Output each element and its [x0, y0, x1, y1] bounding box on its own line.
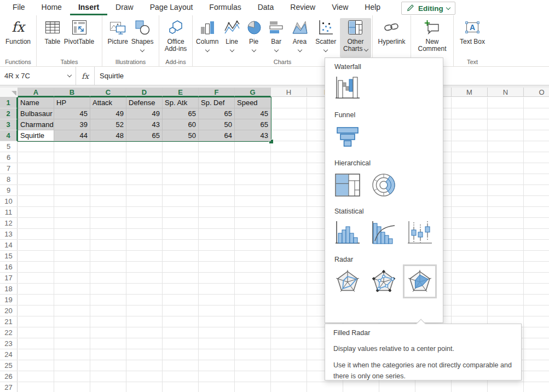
row-header-18[interactable]: 18: [0, 284, 18, 295]
row-header-3[interactable]: 3: [0, 119, 18, 130]
tab-insert[interactable]: Insert: [70, 0, 107, 15]
cell-E4[interactable]: 50: [163, 130, 199, 141]
column-header-b[interactable]: B: [54, 88, 90, 97]
cell-D4[interactable]: 65: [126, 130, 163, 141]
column-header-n[interactable]: N: [488, 88, 524, 97]
row-header-25[interactable]: 25: [0, 360, 18, 371]
tab-view[interactable]: View: [323, 0, 356, 15]
row-header-1[interactable]: 1: [0, 97, 18, 108]
column-chart-button[interactable]: Column: [194, 18, 221, 52]
tab-draw[interactable]: Draw: [107, 0, 142, 15]
cell-D1[interactable]: Defense: [126, 97, 163, 108]
tab-formulas[interactable]: Formulas: [201, 0, 249, 15]
cell-D3[interactable]: 43: [126, 119, 163, 130]
select-all-corner[interactable]: [0, 88, 18, 97]
column-header-f[interactable]: F: [199, 88, 235, 97]
cell-B1[interactable]: HP: [54, 97, 90, 108]
cell-E2[interactable]: 65: [163, 108, 199, 119]
row-header-22[interactable]: 22: [0, 327, 18, 338]
cell-B2[interactable]: 45: [54, 108, 90, 119]
row-header-10[interactable]: 10: [0, 196, 18, 207]
picture-button[interactable]: Picture: [106, 18, 129, 46]
tab-data[interactable]: Data: [250, 0, 282, 15]
column-header-g[interactable]: G: [235, 88, 271, 97]
editing-mode-button[interactable]: Editing: [401, 2, 455, 15]
pareto-chart-option[interactable]: [371, 220, 397, 246]
funnel-chart-option[interactable]: [334, 124, 361, 150]
new-comment-button[interactable]: New Comment: [415, 18, 450, 53]
cell-A1[interactable]: Name: [18, 97, 54, 108]
tab-review[interactable]: Review: [282, 0, 323, 15]
row-header-13[interactable]: 13: [0, 229, 18, 240]
cell-B4[interactable]: 44: [54, 130, 90, 141]
insert-function-fx-button[interactable]: fx: [76, 67, 95, 85]
row-header-11[interactable]: 11: [0, 207, 18, 218]
column-header-m[interactable]: M: [452, 88, 488, 97]
cell-A2[interactable]: Bulbasaur: [18, 108, 54, 119]
column-header-h[interactable]: H: [271, 88, 307, 97]
text-box-button[interactable]: A Text Box: [458, 18, 487, 46]
cell-C4[interactable]: 48: [90, 130, 126, 141]
tab-home[interactable]: Home: [33, 0, 70, 15]
column-header-c[interactable]: C: [90, 88, 126, 97]
radar-chart-option[interactable]: [334, 268, 361, 295]
cell-E1[interactable]: Sp. Atk: [163, 97, 199, 108]
office-add-ins-button[interactable]: Office Add-ins: [160, 18, 191, 53]
other-charts-button[interactable]: Other Charts: [340, 18, 371, 57]
bar-chart-button[interactable]: Bar: [265, 18, 288, 52]
cell-A4[interactable]: Squirtle: [18, 130, 54, 141]
area-chart-button[interactable]: Area: [288, 18, 312, 52]
row-header-14[interactable]: 14: [0, 240, 18, 251]
filled-radar-chart-option[interactable]: [407, 268, 433, 295]
row-header-19[interactable]: 19: [0, 295, 18, 305]
cell-F4[interactable]: 64: [199, 130, 235, 141]
column-header-a[interactable]: A: [18, 88, 54, 97]
treemap-chart-option[interactable]: [334, 172, 361, 198]
cell-G4[interactable]: 43: [235, 130, 271, 141]
tab-file[interactable]: File: [4, 0, 33, 15]
row-header-21[interactable]: 21: [0, 316, 18, 327]
function-button[interactable]: fx Function: [4, 18, 32, 46]
cell-B3[interactable]: 39: [54, 119, 90, 130]
row-header-27[interactable]: 27: [0, 382, 18, 392]
box-and-whisker-chart-option[interactable]: [407, 220, 433, 246]
cell-C1[interactable]: Attack: [90, 97, 126, 108]
cell-F2[interactable]: 65: [199, 108, 235, 119]
line-chart-button[interactable]: Line: [221, 18, 243, 52]
row-header-23[interactable]: 23: [0, 338, 18, 349]
cell-A3[interactable]: Charmander: [18, 119, 54, 130]
pie-chart-button[interactable]: Pie: [243, 18, 265, 52]
cell-C3[interactable]: 52: [90, 119, 126, 130]
cell-G3[interactable]: 65: [235, 119, 271, 130]
formula-input[interactable]: Squirtle: [95, 67, 549, 85]
row-header-16[interactable]: 16: [0, 262, 18, 273]
sunburst-chart-option[interactable]: [371, 172, 397, 198]
cell-E3[interactable]: 60: [163, 119, 199, 130]
cell-G1[interactable]: Speed: [235, 97, 271, 108]
row-header-26[interactable]: 26: [0, 371, 18, 382]
row-header-5[interactable]: 5: [0, 141, 18, 152]
row-header-15[interactable]: 15: [0, 251, 18, 262]
cell-G2[interactable]: 45: [235, 108, 271, 119]
cell-C2[interactable]: 49: [90, 108, 126, 119]
column-header-d[interactable]: D: [126, 88, 163, 97]
row-header-12[interactable]: 12: [0, 218, 18, 229]
cell-F1[interactable]: Sp. Def: [199, 97, 235, 108]
row-header-17[interactable]: 17: [0, 273, 18, 284]
radar-with-markers-chart-option[interactable]: [371, 268, 397, 295]
table-button[interactable]: Table: [43, 18, 62, 46]
histogram-chart-option[interactable]: [334, 220, 361, 246]
name-box[interactable]: 4R x 7C: [0, 67, 76, 85]
row-header-7[interactable]: 7: [0, 163, 18, 174]
row-header-2[interactable]: 2: [0, 108, 18, 119]
scatter-chart-button[interactable]: Scatter: [311, 18, 339, 52]
shapes-button[interactable]: Shapes: [130, 18, 155, 52]
cell-F3[interactable]: 50: [199, 119, 235, 130]
row-header-24[interactable]: 24: [0, 349, 18, 360]
row-header-20[interactable]: 20: [0, 305, 18, 316]
column-header-e[interactable]: E: [163, 88, 199, 97]
tab-page-layout[interactable]: Page Layout: [142, 0, 201, 15]
row-header-6[interactable]: 6: [0, 152, 18, 163]
waterfall-chart-option[interactable]: [334, 76, 361, 102]
row-header-9[interactable]: 9: [0, 185, 18, 196]
